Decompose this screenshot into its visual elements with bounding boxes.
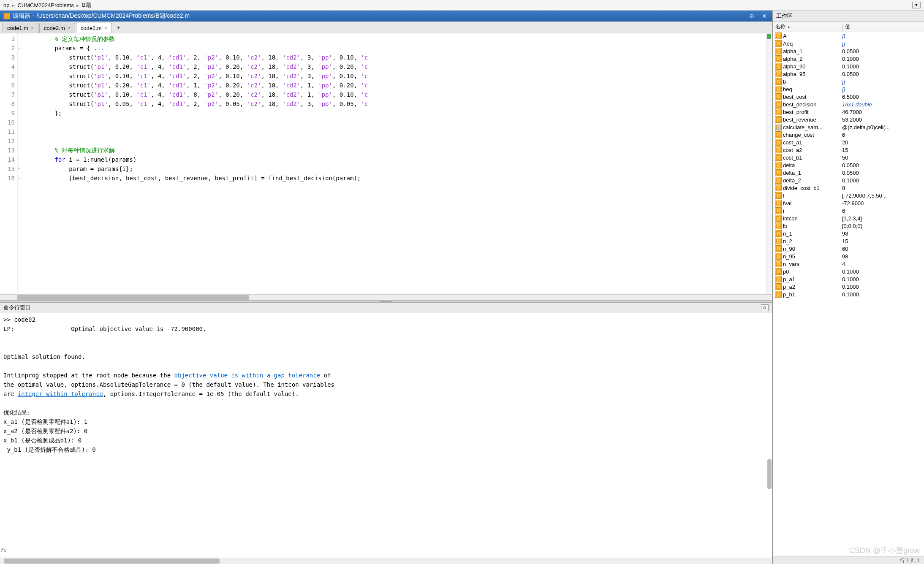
variable-icon bbox=[775, 78, 782, 85]
variable-icon bbox=[775, 48, 782, 54]
variable-icon bbox=[775, 154, 782, 161]
command-window-header: 命令行窗口 ⊙ bbox=[0, 303, 772, 313]
workspace-var-row[interactable]: divide_cost_b18 bbox=[773, 184, 924, 192]
chevron-right-icon: ▸ bbox=[76, 2, 79, 8]
workspace-var-row[interactable]: p00.1000 bbox=[773, 268, 924, 275]
minimize-icon[interactable]: ⊙ bbox=[747, 13, 756, 19]
var-name: change_cost bbox=[783, 132, 842, 138]
var-value: 0.1000 bbox=[842, 291, 924, 298]
function-icon bbox=[775, 124, 782, 130]
workspace-var-row[interactable]: p_b10.1000 bbox=[773, 290, 924, 298]
close-icon[interactable]: × bbox=[104, 25, 107, 31]
workspace-var-row[interactable]: delta_10.0500 bbox=[773, 169, 924, 176]
command-window-body[interactable]: >> code02 LP: Optimal objective value is… bbox=[0, 313, 772, 558]
variable-icon bbox=[775, 215, 782, 222]
var-value: 6.5000 bbox=[842, 94, 924, 100]
close-icon[interactable]: × bbox=[31, 25, 34, 31]
variable-icon bbox=[775, 33, 782, 39]
var-value: [] bbox=[842, 86, 924, 92]
workspace-var-row[interactable]: p_a10.1000 bbox=[773, 275, 924, 283]
workspace-var-row[interactable]: n_vars4 bbox=[773, 260, 924, 268]
editor-tab[interactable]: code1.m× bbox=[3, 23, 38, 33]
workspace-var-row[interactable]: best_profit46.7000 bbox=[773, 108, 924, 116]
editor-hscroll[interactable] bbox=[0, 294, 772, 300]
minimap[interactable] bbox=[766, 33, 772, 294]
chevron-right-icon: ▸ bbox=[12, 2, 15, 8]
workspace-var-row[interactable]: best_cost6.5000 bbox=[773, 93, 924, 100]
var-value: 0.1000 bbox=[842, 284, 924, 290]
workspace-var-row[interactable]: best_revenue53.2000 bbox=[773, 116, 924, 123]
workspace-var-row[interactable]: alpha_10.0500 bbox=[773, 47, 924, 55]
variable-icon bbox=[775, 177, 782, 184]
var-name: alpha_1 bbox=[783, 48, 842, 54]
var-value: -72.9000 bbox=[842, 200, 924, 206]
workspace-var-row[interactable]: cost_a215 bbox=[773, 146, 924, 154]
workspace-var-row[interactable]: i6 bbox=[773, 207, 924, 214]
workspace-var-row[interactable]: fval-72.9000 bbox=[773, 199, 924, 207]
workspace-var-row[interactable]: alpha_900.1000 bbox=[773, 62, 924, 70]
workspace-var-row[interactable]: cost_b150 bbox=[773, 154, 924, 161]
workspace-col-name[interactable]: 名称 ▲ bbox=[773, 22, 842, 32]
editor-hscroll-thumb[interactable] bbox=[17, 295, 249, 300]
breadcrumb-dropdown[interactable]: ▼ bbox=[912, 2, 921, 8]
workspace-var-row[interactable]: A[] bbox=[773, 32, 924, 40]
var-name: alpha_90 bbox=[783, 63, 842, 70]
cmd-hscroll[interactable] bbox=[0, 558, 772, 564]
close-icon[interactable]: × bbox=[68, 25, 71, 31]
breadcrumb-item[interactable]: B题 bbox=[82, 1, 91, 9]
cmd-vscroll-thumb[interactable] bbox=[767, 459, 772, 489]
editor-area[interactable]: 12345678910111213141516 - - ⊟- % 定义每种情况的… bbox=[0, 33, 772, 294]
workspace-var-row[interactable]: alpha_20.1000 bbox=[773, 55, 924, 62]
var-value: 53.2000 bbox=[842, 117, 924, 123]
breadcrumb-item[interactable]: op bbox=[3, 2, 9, 8]
help-link[interactable]: objective value is within a gap toleranc… bbox=[174, 372, 321, 379]
workspace-var-row[interactable]: delta_20.1000 bbox=[773, 176, 924, 184]
workspace-var-row[interactable]: delta0.0500 bbox=[773, 161, 924, 169]
var-value: 46.7000 bbox=[842, 109, 924, 115]
workspace-var-row[interactable]: n_9060 bbox=[773, 245, 924, 252]
var-value: 15 bbox=[842, 238, 924, 244]
var-name: n_95 bbox=[783, 253, 842, 260]
workspace-var-row[interactable]: cost_a120 bbox=[773, 138, 924, 146]
cmd-hscroll-thumb[interactable] bbox=[4, 559, 220, 564]
workspace-var-row[interactable]: alpha_950.0500 bbox=[773, 70, 924, 78]
close-icon[interactable]: ✕ bbox=[760, 13, 769, 19]
add-tab-button[interactable]: + bbox=[113, 23, 125, 33]
var-value: 20 bbox=[842, 139, 924, 146]
variable-icon bbox=[775, 260, 782, 267]
workspace-var-row[interactable]: best_decision16x1 double bbox=[773, 100, 924, 108]
workspace-body[interactable]: A[]Aeq[]alpha_10.0500alpha_20.1000alpha_… bbox=[773, 32, 924, 556]
workspace-var-row[interactable]: change_cost6 bbox=[773, 131, 924, 138]
variable-icon bbox=[775, 192, 782, 199]
workspace-var-row[interactable]: calculate_sam...@(z,delta,p0)ceil(... bbox=[773, 123, 924, 131]
workspace-var-row[interactable]: n_198 bbox=[773, 230, 924, 237]
var-value: 0.0500 bbox=[842, 71, 924, 77]
breadcrumb-item[interactable]: CUMCM2024Problems bbox=[17, 2, 74, 8]
workspace-var-row[interactable]: p_a20.1000 bbox=[773, 283, 924, 290]
fold-gutter[interactable]: - - ⊟- bbox=[18, 33, 24, 294]
help-link[interactable]: integer within tolerance bbox=[18, 390, 103, 397]
variable-icon bbox=[775, 139, 782, 146]
var-name: alpha_2 bbox=[783, 56, 842, 62]
workspace-var-row[interactable]: intcon[1,2,3,4] bbox=[773, 214, 924, 222]
workspace-var-row[interactable]: n_9598 bbox=[773, 252, 924, 260]
workspace-header: 工作区 bbox=[773, 11, 924, 22]
workspace-var-row[interactable]: beq[] bbox=[773, 85, 924, 93]
workspace-var-row[interactable]: n_215 bbox=[773, 237, 924, 245]
var-name: best_decision bbox=[783, 101, 842, 108]
workspace-var-row[interactable]: f[-72.9000,7,5.50... bbox=[773, 192, 924, 199]
var-value: 0.0500 bbox=[842, 48, 924, 54]
editor-icon bbox=[3, 13, 10, 19]
workspace-var-row[interactable]: b[] bbox=[773, 78, 924, 85]
editor-tab[interactable]: code2.m× bbox=[39, 23, 75, 33]
variable-icon bbox=[775, 101, 782, 108]
collapse-icon[interactable]: ⊙ bbox=[761, 304, 769, 311]
workspace-col-value[interactable]: 值 bbox=[842, 22, 924, 32]
var-name: best_revenue bbox=[783, 117, 842, 123]
variable-icon bbox=[775, 70, 782, 77]
workspace-var-row[interactable]: lb[0;0;0;0] bbox=[773, 222, 924, 230]
var-name: p_b1 bbox=[783, 291, 842, 298]
code-body[interactable]: % 定义每种情况的参数 params = { ... struct('p1', … bbox=[24, 33, 766, 294]
editor-tab[interactable]: code2.m× bbox=[76, 23, 112, 33]
workspace-var-row[interactable]: Aeq[] bbox=[773, 40, 924, 47]
